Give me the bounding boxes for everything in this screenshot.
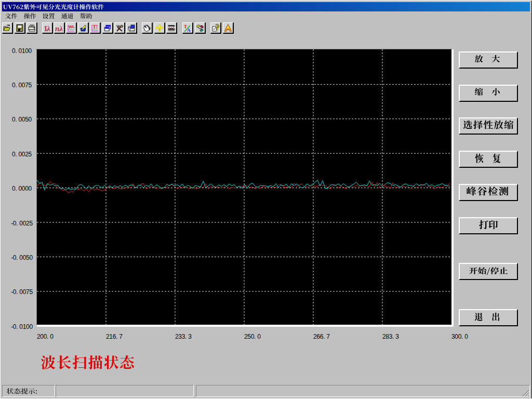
svg-text:λ: λ <box>46 24 50 32</box>
svg-text:T!: T! <box>93 24 98 30</box>
svg-text:WL: WL <box>69 24 75 29</box>
svg-text:nλ: nλ <box>55 24 63 32</box>
